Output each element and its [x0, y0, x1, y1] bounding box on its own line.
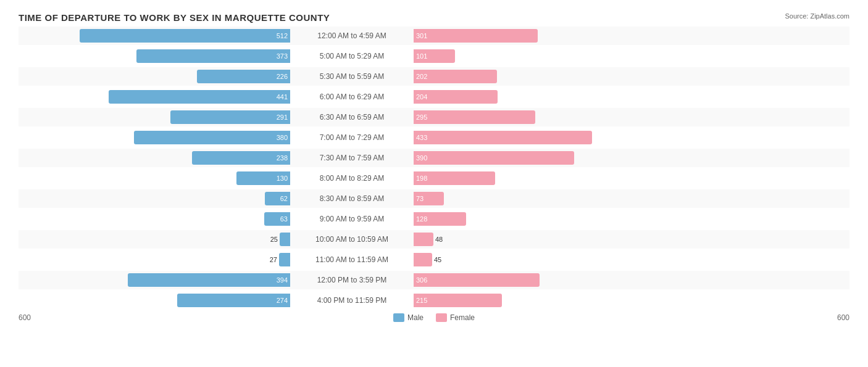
time-label: 5:00 AM to 5:29 AM [290, 52, 414, 60]
male-bar-wrap: 512 [19, 29, 290, 43]
male-bar-wrap: 238 [19, 151, 290, 165]
male-bar-wrap: 441 [19, 90, 290, 104]
female-section: 128 [414, 210, 685, 228]
female-value: 295 [416, 113, 427, 121]
female-bar: 198 [414, 171, 495, 185]
bar-row: 226 5:30 AM to 5:59 AM 202 [19, 67, 849, 86]
female-bar-wrap: 390 [414, 151, 685, 165]
time-label: 8:00 AM to 8:29 AM [290, 174, 414, 183]
male-section: 373 [19, 47, 290, 65]
bar-row: 62 8:30 AM to 8:59 AM 73 [19, 189, 849, 208]
female-value: 390 [416, 154, 427, 162]
female-section: 198 [414, 169, 685, 188]
bar-row: 238 7:30 AM to 7:59 AM 390 [19, 149, 849, 167]
female-section: 215 [414, 291, 685, 310]
female-bar: 48 [414, 233, 433, 246]
male-section: 130 [19, 169, 290, 188]
female-value: 45 [434, 256, 441, 263]
female-section: 306 [414, 271, 685, 289]
time-label: 7:30 AM to 7:59 AM [290, 154, 414, 162]
male-section: 25 [19, 230, 290, 249]
female-value: 433 [416, 134, 427, 141]
female-bar: 128 [414, 212, 466, 226]
female-section: 73 [414, 189, 685, 208]
bars-area: 512 12:00 AM to 4:59 AM 301 373 [19, 27, 849, 310]
time-label: 5:30 AM to 5:59 AM [290, 72, 414, 81]
male-section: 226 [19, 67, 290, 86]
legend-female-color [436, 313, 447, 322]
female-value: 73 [416, 195, 424, 202]
female-value: 202 [416, 73, 427, 80]
male-bar: 226 [197, 70, 290, 83]
time-label: 11:00 AM to 11:59 AM [290, 255, 414, 264]
female-section: 202 [414, 67, 685, 86]
source-text: Source: ZipAtlas.com [785, 12, 849, 20]
female-bar: 204 [414, 90, 498, 104]
male-bar-wrap: 226 [19, 70, 290, 83]
female-value: 215 [416, 297, 427, 304]
male-section: 27 [19, 250, 290, 269]
female-section: 48 [414, 230, 685, 249]
male-value: 25 [270, 236, 278, 243]
time-label: 6:00 AM to 6:29 AM [290, 93, 414, 101]
female-bar-wrap: 73 [414, 192, 685, 205]
time-label: 12:00 PM to 3:59 PM [290, 276, 414, 284]
female-bar: 45 [414, 253, 432, 266]
male-bar: 130 [236, 171, 290, 185]
male-value: 512 [277, 32, 288, 39]
male-bar-wrap: 27 [19, 253, 290, 266]
bar-row: 27 11:00 AM to 11:59 AM 45 [19, 250, 849, 269]
female-bar: 215 [414, 294, 502, 307]
female-section: 433 [414, 128, 685, 147]
chart-footer: 600 Male Female 600 [19, 313, 849, 322]
chart-container: TIME OF DEPARTURE TO WORK BY SEX IN MARQ… [0, 0, 868, 367]
bar-row: 25 10:00 AM to 10:59 AM 48 [19, 230, 849, 249]
bar-row: 373 5:00 AM to 5:29 AM 101 [19, 47, 849, 65]
female-bar: 73 [414, 192, 444, 205]
male-value: 291 [277, 113, 288, 121]
male-section: 380 [19, 128, 290, 147]
male-bar-wrap: 394 [19, 273, 290, 287]
male-bar: 62 [265, 192, 290, 205]
male-bar-wrap: 25 [19, 233, 290, 246]
female-bar-wrap: 128 [414, 212, 685, 226]
male-bar-wrap: 380 [19, 131, 290, 144]
female-bar-wrap: 48 [414, 233, 685, 246]
male-section: 63 [19, 210, 290, 228]
male-section: 291 [19, 108, 290, 126]
male-value: 27 [270, 256, 277, 263]
legend-female: Female [436, 313, 475, 322]
male-section: 512 [19, 27, 290, 45]
bar-row: 512 12:00 AM to 4:59 AM 301 [19, 27, 849, 45]
axis-left-label: 600 [19, 313, 31, 322]
female-bar-wrap: 215 [414, 294, 685, 307]
male-bar: 291 [170, 110, 290, 124]
bar-row: 63 9:00 AM to 9:59 AM 128 [19, 210, 849, 228]
female-value: 306 [416, 276, 427, 284]
female-section: 101 [414, 47, 685, 65]
male-bar: 512 [80, 29, 290, 43]
female-bar-wrap: 198 [414, 171, 685, 185]
bar-row: 380 7:00 AM to 7:29 AM 433 [19, 128, 849, 147]
male-bar: 394 [128, 273, 290, 287]
female-section: 204 [414, 88, 685, 106]
male-bar-wrap: 373 [19, 49, 290, 63]
female-bar: 433 [414, 131, 592, 144]
female-section: 295 [414, 108, 685, 126]
female-bar-wrap: 202 [414, 70, 685, 83]
female-value: 204 [416, 93, 427, 101]
female-bar-wrap: 204 [414, 90, 685, 104]
male-bar-wrap: 63 [19, 212, 290, 226]
female-bar-wrap: 295 [414, 110, 685, 124]
female-bar: 202 [414, 70, 497, 83]
legend-female-label: Female [450, 313, 475, 322]
female-bar-wrap: 45 [414, 253, 685, 266]
legend-male-label: Male [407, 313, 424, 322]
male-bar: 380 [134, 131, 290, 144]
time-label: 9:00 AM to 9:59 AM [290, 215, 414, 223]
female-bar-wrap: 306 [414, 273, 685, 287]
male-section: 441 [19, 88, 290, 106]
time-label: 7:00 AM to 7:29 AM [290, 133, 414, 142]
female-bar-wrap: 433 [414, 131, 685, 144]
time-label: 10:00 AM to 10:59 AM [290, 235, 414, 244]
